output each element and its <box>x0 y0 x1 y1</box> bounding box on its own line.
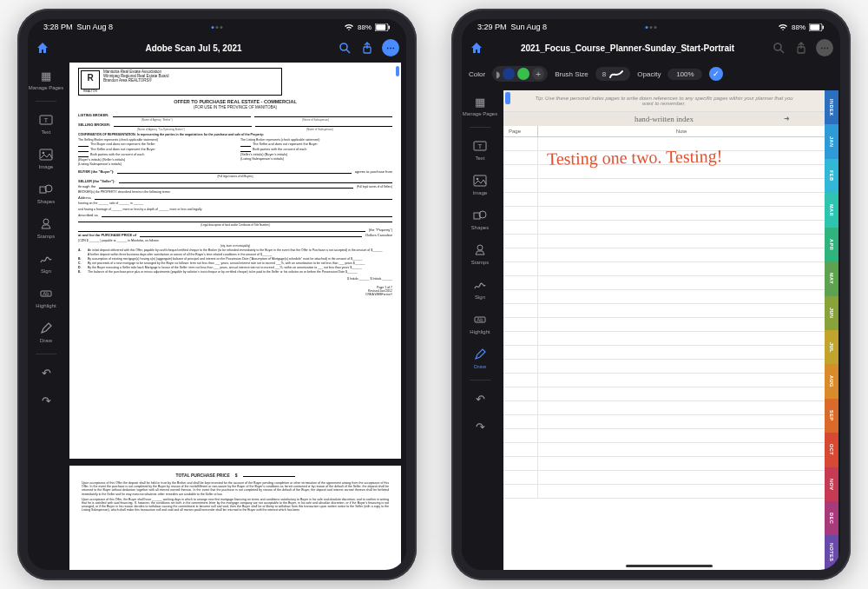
svg-rect-17 <box>823 25 825 29</box>
redo-button[interactable]: ↷ <box>462 417 498 436</box>
more-menu-icon[interactable]: ⋯ <box>816 39 833 56</box>
highlight-icon: Ab <box>38 286 54 301</box>
shapes-tool[interactable]: Shapes <box>28 180 64 206</box>
tab-sep[interactable]: SEP <box>825 399 838 433</box>
wifi-icon <box>344 23 354 31</box>
svg-point-3 <box>340 43 347 50</box>
tab-oct[interactable]: OCT <box>825 433 838 467</box>
draw-tool[interactable]: Draw <box>462 345 498 371</box>
brush-preview-icon <box>609 69 623 79</box>
tab-jun[interactable]: JUN <box>825 296 838 330</box>
document-page-1: R REALTOR Manitoba Real Estate Associati… <box>69 63 401 459</box>
share-icon[interactable] <box>793 40 809 56</box>
sign-tool[interactable]: Sign <box>28 249 64 275</box>
tab-jan[interactable]: JAN <box>825 124 838 158</box>
home-indicator[interactable] <box>626 565 713 567</box>
home-icon[interactable] <box>469 40 484 56</box>
document-title: 2021_Focus_Course_Planner-Sunday_Start-P… <box>491 43 764 53</box>
undo-icon: ↶ <box>38 365 54 381</box>
color-swatches[interactable]: ◗ + <box>492 66 548 82</box>
brush-size-label: Brush Size <box>555 70 589 78</box>
opacity-value[interactable]: 100% <box>667 69 702 80</box>
confirm-check-icon[interactable]: ✓ <box>709 67 723 81</box>
image-tool[interactable]: Image <box>462 171 498 197</box>
image-icon <box>38 147 54 162</box>
svg-rect-2 <box>389 25 391 29</box>
scrollbar-thumb[interactable] <box>396 66 399 76</box>
column-headers: Page Note <box>503 126 825 137</box>
text-icon: T <box>472 138 488 154</box>
color-swatch-green[interactable] <box>517 68 529 80</box>
pages-icon: ▦ <box>472 94 488 109</box>
undo-button[interactable]: ↶ <box>28 363 64 382</box>
scrollbar-thumb[interactable] <box>505 92 510 104</box>
brush-size-control[interactable]: 8 <box>595 67 630 81</box>
text-icon: T <box>38 112 54 128</box>
search-icon[interactable] <box>337 40 352 56</box>
add-color-icon[interactable]: + <box>532 68 544 80</box>
svg-point-12 <box>43 219 49 224</box>
manage-pages-tool[interactable]: ▦Manage Pages <box>462 92 498 118</box>
sign-icon <box>472 277 488 293</box>
arrow-icon: ➜ <box>784 115 790 122</box>
shapes-tool[interactable]: Shapes <box>462 206 498 232</box>
tip-banner: Tip: Use these personal index pages to w… <box>503 90 825 112</box>
highlight-icon: Ab <box>472 312 488 328</box>
undo-icon: ↶ <box>472 391 488 407</box>
color-swatch-blue[interactable] <box>503 68 515 80</box>
redo-icon: ↷ <box>38 393 54 408</box>
text-tool[interactable]: TText <box>28 110 64 136</box>
tab-apr[interactable]: APR <box>825 228 838 261</box>
svg-text:T: T <box>478 142 483 150</box>
highlight-tool[interactable]: AbHighlight <box>462 310 498 336</box>
battery-icon <box>375 23 391 31</box>
tab-index[interactable]: INDEX <box>825 90 838 124</box>
battery-icon <box>809 23 825 31</box>
tab-aug[interactable]: AUG <box>825 364 838 398</box>
text-tool[interactable]: TText <box>462 136 498 162</box>
planner-page[interactable]: Tip: Use these personal index pages to w… <box>503 90 825 570</box>
month-tabs: INDEXJANFEBMARAPRMAYJUNJULAUGSEPOCTNOVDE… <box>825 90 838 570</box>
document-page-2: TOTAL PURCHASE PRICE$ Upon acceptance of… <box>69 466 401 570</box>
svg-point-27 <box>477 245 483 250</box>
stamps-tool[interactable]: Stamps <box>28 215 64 241</box>
sign-tool[interactable]: Sign <box>462 275 498 301</box>
stamps-tool[interactable]: Stamps <box>462 241 498 267</box>
svg-point-24 <box>477 178 479 181</box>
tab-may[interactable]: MAY <box>825 261 838 295</box>
tool-sidebar: ▦Manage Pages TText Image Shapes Stamps … <box>28 61 64 570</box>
tab-dec[interactable]: DEC <box>825 501 838 535</box>
svg-rect-16 <box>810 24 819 30</box>
tool-sidebar: ▦Manage Pages TText Image Shapes Stamps … <box>462 87 498 570</box>
search-icon[interactable] <box>771 40 786 56</box>
home-icon[interactable] <box>35 40 50 56</box>
svg-line-19 <box>780 50 784 53</box>
status-bar: 3:29 PM Sun Aug 8 88% <box>462 19 840 35</box>
index-lines[interactable]: Testing one two. Testing! <box>503 137 825 570</box>
tab-mar[interactable]: MAR <box>825 193 838 227</box>
wifi-icon <box>778 23 788 31</box>
color-label: Color <box>469 70 485 78</box>
handwriting-annotation: Testing one two. Testing! <box>547 146 723 169</box>
draw-icon <box>472 347 488 362</box>
share-icon[interactable] <box>359 40 375 56</box>
tab-jul[interactable]: JUL <box>825 330 838 364</box>
svg-text:T: T <box>44 116 49 124</box>
tab-notes[interactable]: NOTES <box>825 535 838 569</box>
opacity-label: Opacity <box>637 70 661 78</box>
undo-button[interactable]: ↶ <box>462 389 498 408</box>
manage-pages-tool[interactable]: ▦Manage Pages <box>28 66 64 92</box>
svg-text:Ab: Ab <box>43 291 49 296</box>
document-title: Adobe Scan Jul 5, 2021 <box>57 43 330 53</box>
tab-nov[interactable]: NOV <box>825 467 838 501</box>
index-heading: hand-written index➜ <box>503 112 825 126</box>
draw-tool[interactable]: Draw <box>28 319 64 345</box>
document-viewport[interactable]: R REALTOR Manitoba Real Estate Associati… <box>64 61 406 570</box>
svg-point-9 <box>43 152 45 155</box>
redo-button[interactable]: ↷ <box>28 391 64 410</box>
tab-feb[interactable]: FEB <box>825 159 838 193</box>
brush-settings-bar: Color ◗ + Brush Size 8 Opacity 100% ✓ <box>462 61 840 87</box>
more-menu-icon[interactable]: ⋯ <box>382 39 399 56</box>
image-tool[interactable]: Image <box>28 145 64 171</box>
highlight-tool[interactable]: AbHighlight <box>28 284 64 310</box>
